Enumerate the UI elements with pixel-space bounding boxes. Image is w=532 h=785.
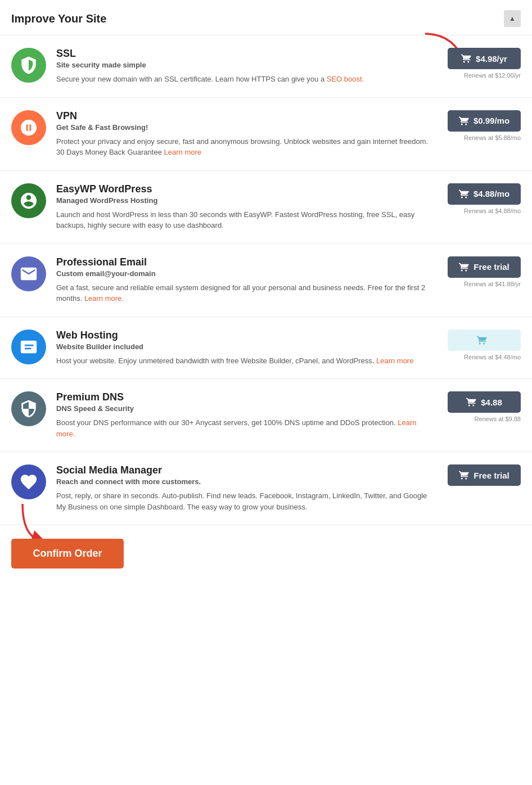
dns-subtitle: DNS Speed & Security: [56, 404, 436, 413]
easywp-action: $4.88/mo Renews at $4.88/mo: [442, 183, 521, 214]
easywp-renew: Renews at $4.88/mo: [464, 207, 521, 214]
dns-add-button[interactable]: $4.88: [448, 391, 521, 413]
dns-icon: [11, 391, 46, 426]
confirm-order-button[interactable]: Confirm Order: [11, 539, 124, 569]
vpn-name: VPN: [56, 110, 436, 122]
ssl-action: $4.98/yr Renews at $12.00/yr: [442, 48, 521, 79]
product-item-ssl: SSL Site security made simple Secure you…: [0, 35, 532, 98]
product-item-dns: Premium DNS DNS Speed & Security Boost y…: [0, 379, 532, 452]
social-subtitle: Reach and connect with more customers.: [56, 477, 436, 486]
webhosting-desc: Host your website. Enjoy unmetered bandw…: [56, 355, 436, 367]
vpn-action: $0.99/mo Renews at $5.88/mo: [442, 110, 521, 141]
webhosting-name: Web Hosting: [56, 330, 436, 341]
easywp-desc: Launch and host WordPress in less than 3…: [56, 209, 436, 231]
easywp-icon: [11, 183, 46, 218]
easywp-info: EasyWP WordPress Managed WordPress Hosti…: [56, 183, 442, 231]
product-item-easywp: EasyWP WordPress Managed WordPress Hosti…: [0, 171, 532, 244]
ssl-info: SSL Site security made simple Secure you…: [56, 48, 442, 85]
email-icon: [11, 256, 46, 291]
social-name: Social Media Manager: [56, 464, 436, 476]
social-desc: Post, reply, or share in seconds. Auto-p…: [56, 490, 436, 512]
email-subtitle: Custom email@your-domain: [56, 269, 436, 278]
vpn-renew: Renews at $5.88/mo: [464, 134, 521, 141]
product-item-email: Professional Email Custom email@your-dom…: [0, 244, 532, 317]
ssl-subtitle: Site security made simple: [56, 61, 436, 69]
email-link[interactable]: Learn more.: [84, 294, 124, 303]
social-info: Social Media Manager Reach and connect w…: [56, 464, 442, 512]
vpn-info: VPN Get Safe & Fast Browsing! Protect yo…: [56, 110, 442, 158]
email-desc: Get a fast, secure and reliable email sy…: [56, 282, 436, 304]
webhosting-icon: [11, 330, 46, 364]
product-item-social: Social Media Manager Reach and connect w…: [0, 452, 532, 525]
dns-name: Premium DNS: [56, 391, 436, 403]
dns-info: Premium DNS DNS Speed & Security Boost y…: [56, 391, 442, 439]
email-renew: Renews at $41.88/yr: [464, 281, 521, 287]
confirm-section: Confirm Order: [0, 525, 532, 580]
product-item-vpn: VPN Get Safe & Fast Browsing! Protect yo…: [0, 98, 532, 171]
product-list: SSL Site security made simple Secure you…: [0, 35, 532, 525]
webhosting-add-button[interactable]: [448, 330, 521, 351]
social-action: Free trial: [442, 464, 521, 489]
email-name: Professional Email: [56, 256, 436, 268]
page-title: Improve Your Site: [11, 12, 106, 25]
scroll-up-button[interactable]: ▲: [504, 10, 521, 27]
dns-renew: Renews at $9.88: [474, 416, 521, 422]
ssl-desc: Secure your new domain with an SSL certi…: [56, 74, 436, 85]
ssl-add-button[interactable]: $4.98/yr: [448, 48, 521, 69]
dns-action: $4.88 Renews at $9.88: [442, 391, 521, 422]
page-wrapper: Improve Your Site ▲ SSL Site security ma…: [0, 0, 532, 580]
ssl-link[interactable]: SEO boost.: [327, 75, 364, 83]
ssl-icon: [11, 48, 46, 83]
email-add-button[interactable]: Free trial: [448, 256, 521, 278]
webhosting-action: Renews at $4.48/mo: [442, 330, 521, 360]
vpn-desc: Protect your privacy and enjoy secure, f…: [56, 136, 436, 158]
easywp-add-button[interactable]: $4.88/mo: [448, 183, 521, 205]
easywp-name: EasyWP WordPress: [56, 183, 436, 195]
dns-desc: Boost your DNS performance with our 30+ …: [56, 417, 436, 439]
vpn-link[interactable]: Learn more: [164, 148, 201, 156]
easywp-subtitle: Managed WordPress Hosting: [56, 196, 436, 205]
social-icon: [11, 464, 46, 499]
webhosting-renew: Renews at $4.48/mo: [464, 354, 521, 360]
webhosting-link[interactable]: Learn more: [376, 357, 413, 365]
vpn-add-button[interactable]: $0.99/mo: [448, 110, 521, 132]
ssl-name: SSL: [56, 48, 436, 60]
webhosting-info: Web Hosting Website Builder included Hos…: [56, 330, 442, 367]
page-header: Improve Your Site ▲: [0, 0, 532, 35]
email-info: Professional Email Custom email@your-dom…: [56, 256, 442, 304]
webhosting-subtitle: Website Builder included: [56, 342, 436, 351]
vpn-subtitle: Get Safe & Fast Browsing!: [56, 123, 436, 132]
social-add-button[interactable]: Free trial: [448, 464, 521, 486]
ssl-renew: Renews at $12.00/yr: [464, 72, 521, 79]
product-item-webhosting: Web Hosting Website Builder included Hos…: [0, 317, 532, 380]
vpn-icon: [11, 110, 46, 145]
email-action: Free trial Renews at $41.88/yr: [442, 256, 521, 287]
